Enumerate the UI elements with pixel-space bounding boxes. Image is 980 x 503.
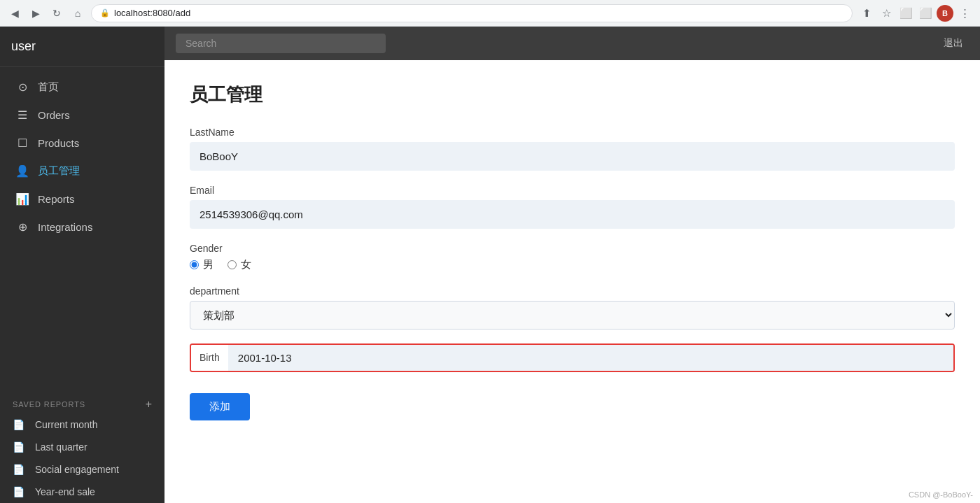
sidebar-item-label: Products: [38, 137, 79, 149]
birth-group: Birth: [190, 343, 955, 372]
integrations-icon: ⊕: [15, 220, 29, 234]
gender-male-option[interactable]: 男: [190, 258, 214, 271]
sidebar-item-label: Orders: [38, 109, 70, 121]
birth-label: Birth: [191, 345, 228, 371]
report-file-icon: 📄: [13, 419, 27, 430]
saved-report-current-month[interactable]: 📄 Current month: [0, 413, 164, 436]
add-saved-report-button[interactable]: +: [146, 398, 152, 411]
sidebar-item-label: Reports: [38, 193, 75, 205]
user-avatar: B: [937, 5, 953, 22]
gender-male-radio[interactable]: [190, 260, 199, 269]
saved-report-social-engagement[interactable]: 📄 Social engagement: [0, 458, 164, 481]
saved-report-label: Year-end sale: [35, 486, 95, 497]
birth-input[interactable]: [228, 345, 953, 371]
lastname-input[interactable]: [190, 142, 955, 171]
content-area: 员工管理 LastName Email Gender 男: [164, 60, 980, 503]
sidebar-item-reports[interactable]: 📊 Reports: [3, 185, 162, 213]
search-input[interactable]: [176, 34, 386, 53]
products-icon: ☐: [15, 136, 29, 150]
employee-icon: 👤: [15, 164, 29, 178]
sidebar-item-integrations[interactable]: ⊕ Integrations: [3, 213, 162, 241]
browser-actions: ⬆ ☆ ⬜ ⬜ B ⋮: [858, 5, 973, 22]
url-text: localhost:8080/add: [114, 8, 190, 18]
gender-female-option[interactable]: 女: [227, 258, 251, 271]
gender-label: Gender: [190, 243, 955, 254]
extensions-button[interactable]: ⬜: [897, 5, 914, 22]
gender-male-label: 男: [203, 258, 214, 271]
saved-reports-label: SAVED REPORTS: [13, 400, 85, 409]
back-button[interactable]: ◀: [7, 6, 22, 21]
email-group: Email: [190, 185, 955, 229]
sidebar-item-products[interactable]: ☐ Products: [3, 129, 162, 157]
main-area: 退出 员工管理 LastName Email Gender: [164, 27, 980, 503]
sidebar-user-label: user: [0, 27, 164, 67]
sidebar-item-home[interactable]: ⊙ 首页: [3, 73, 162, 101]
gender-options: 男 女: [190, 258, 955, 271]
orders-icon: ☰: [15, 108, 29, 122]
app-container: user ⊙ 首页 ☰ Orders ☐ Products 👤 员工管理 📊 R…: [0, 27, 980, 503]
saved-report-last-quarter[interactable]: 📄 Last quarter: [0, 436, 164, 458]
lastname-label: LastName: [190, 127, 955, 138]
topbar: 退出: [164, 27, 980, 60]
logout-button[interactable]: 退出: [938, 34, 969, 52]
email-input[interactable]: [190, 200, 955, 229]
gender-female-label: 女: [241, 258, 251, 271]
report-file-icon: 📄: [13, 464, 27, 475]
saved-report-label: Current month: [35, 419, 97, 430]
department-label: department: [190, 285, 955, 297]
window-button[interactable]: ⬜: [917, 5, 934, 22]
share-button[interactable]: ⬆: [858, 5, 875, 22]
watermark: CSDN @-BoBooY-: [909, 490, 973, 499]
birth-container: Birth: [190, 343, 955, 372]
reports-icon: 📊: [15, 192, 29, 206]
home-icon: ⊙: [15, 80, 29, 94]
sidebar: user ⊙ 首页 ☰ Orders ☐ Products 👤 员工管理 📊 R…: [0, 27, 164, 503]
report-file-icon: 📄: [13, 441, 27, 453]
page-title: 员工管理: [190, 83, 955, 107]
sidebar-item-employee[interactable]: 👤 员工管理: [3, 157, 162, 185]
home-button[interactable]: ⌂: [70, 6, 85, 21]
saved-report-label: Last quarter: [35, 441, 88, 453]
sidebar-nav: ⊙ 首页 ☰ Orders ☐ Products 👤 员工管理 📊 Report…: [0, 67, 164, 390]
department-select[interactable]: 策划部 技术部 市场部 人事部 财务部: [190, 301, 955, 330]
sidebar-item-label: 员工管理: [38, 164, 80, 178]
forward-button[interactable]: ▶: [28, 6, 43, 21]
lock-icon: 🔒: [100, 8, 110, 17]
lastname-group: LastName: [190, 127, 955, 171]
topbar-right: 退出: [938, 34, 969, 52]
sidebar-item-label: 首页: [38, 80, 59, 94]
saved-report-year-end-sale[interactable]: 📄 Year-end sale: [0, 481, 164, 503]
report-file-icon: 📄: [13, 486, 27, 497]
browser-chrome: ◀ ▶ ↻ ⌂ 🔒 localhost:8080/add ⬆ ☆ ⬜ ⬜ B ⋮: [0, 0, 980, 27]
bookmark-button[interactable]: ☆: [878, 5, 895, 22]
menu-button[interactable]: ⋮: [956, 5, 973, 22]
gender-group: Gender 男 女: [190, 243, 955, 271]
address-bar[interactable]: 🔒 localhost:8080/add: [91, 4, 853, 22]
saved-report-label: Social engagement: [35, 464, 119, 475]
reload-button[interactable]: ↻: [49, 6, 64, 21]
gender-female-radio[interactable]: [227, 260, 237, 269]
sidebar-item-label: Integrations: [38, 221, 92, 233]
saved-reports-section: SAVED REPORTS +: [0, 390, 164, 413]
sidebar-item-orders[interactable]: ☰ Orders: [3, 101, 162, 129]
add-button[interactable]: 添加: [190, 393, 250, 420]
department-group: department 策划部 技术部 市场部 人事部 财务部: [190, 285, 955, 330]
email-label: Email: [190, 185, 955, 196]
